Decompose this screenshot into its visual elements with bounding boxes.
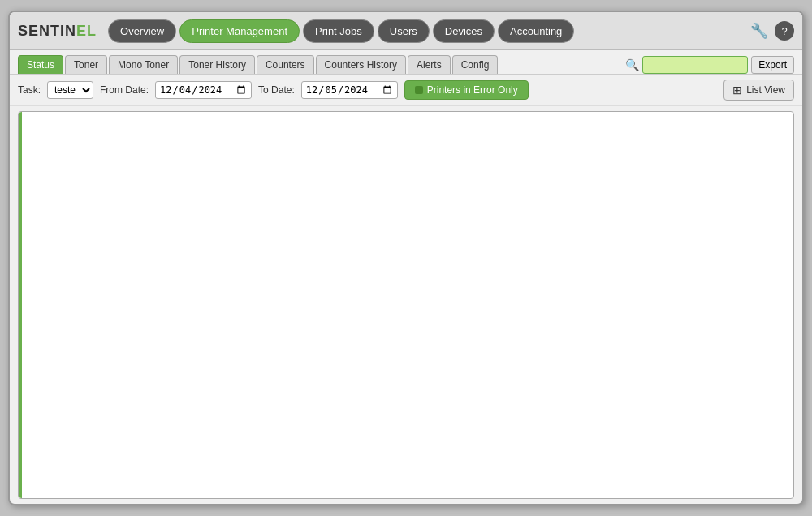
- nav-bar: SENTINEL Overview Printer Management Pri…: [10, 12, 802, 50]
- tab-mono-toner[interactable]: Mono Toner: [109, 55, 178, 74]
- tab-counters-history[interactable]: Counters History: [316, 55, 406, 74]
- sub-tab-bar: Status Toner Mono Toner Toner History Co…: [10, 50, 802, 75]
- task-select[interactable]: teste: [47, 81, 93, 99]
- tab-counters[interactable]: Counters: [257, 55, 314, 74]
- logo-text-green: EL: [76, 23, 97, 39]
- tab-toner-history[interactable]: Toner History: [179, 55, 255, 74]
- printers-error-label: Printers in Error Only: [427, 84, 518, 96]
- search-icon: 🔍: [625, 58, 639, 71]
- from-date-input[interactable]: [155, 81, 252, 99]
- tab-alerts[interactable]: Alerts: [408, 55, 451, 74]
- printers-error-button[interactable]: Printers in Error Only: [404, 80, 529, 100]
- export-button[interactable]: Export: [751, 56, 794, 74]
- nav-print-jobs[interactable]: Print Jobs: [303, 19, 374, 43]
- tab-config[interactable]: Config: [452, 55, 499, 74]
- list-view-button[interactable]: ⊞ List View: [723, 80, 794, 101]
- nav-accounting[interactable]: Accounting: [498, 19, 574, 43]
- nav-printer-management[interactable]: Printer Management: [179, 19, 300, 43]
- tools-button[interactable]: 🔧: [747, 19, 771, 43]
- toolbar-row: Task: teste From Date: To Date: Printers…: [10, 75, 802, 106]
- nav-overview[interactable]: Overview: [108, 19, 176, 43]
- tab-status[interactable]: Status: [18, 55, 63, 74]
- task-label: Task:: [18, 84, 41, 96]
- to-date-input[interactable]: [301, 81, 398, 99]
- list-view-icon: ⊞: [732, 84, 742, 97]
- list-view-label: List View: [746, 84, 785, 96]
- content-area[interactable]: [18, 111, 794, 499]
- to-date-label: To Date:: [258, 84, 295, 96]
- logo-text-black: SENTIN: [18, 23, 76, 39]
- search-area: 🔍 Export: [625, 56, 794, 74]
- tab-toner[interactable]: Toner: [65, 55, 107, 74]
- app-window: SENTINEL Overview Printer Management Pri…: [8, 11, 804, 505]
- search-input[interactable]: [642, 56, 748, 74]
- help-button[interactable]: ?: [775, 21, 794, 41]
- from-date-label: From Date:: [100, 84, 149, 96]
- nav-devices[interactable]: Devices: [433, 19, 495, 43]
- nav-users[interactable]: Users: [378, 19, 430, 43]
- printers-error-dot: [415, 86, 423, 94]
- logo: SENTINEL: [18, 23, 97, 40]
